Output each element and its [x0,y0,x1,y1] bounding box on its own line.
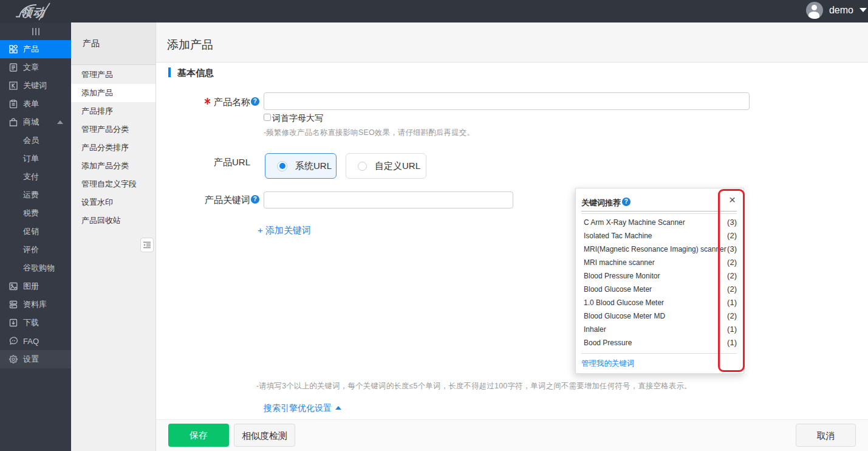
svg-text:领动: 领动 [20,6,46,19]
